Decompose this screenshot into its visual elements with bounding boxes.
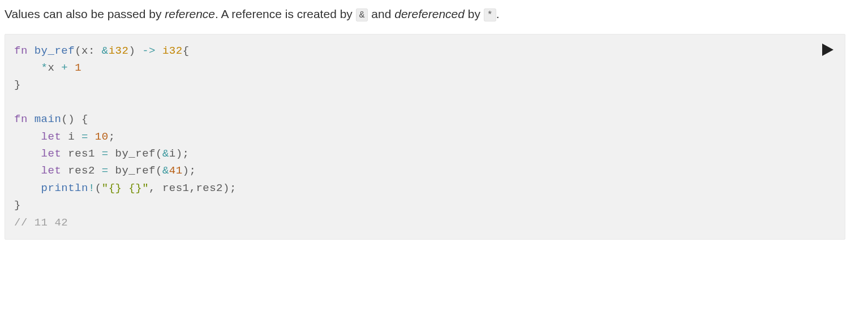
- inline-code-star: *: [484, 8, 496, 21]
- prose-text: and: [368, 7, 394, 20]
- paragraph-1: Values can also be passed by reference. …: [5, 5, 845, 24]
- prose-text: . A reference is created by: [215, 7, 356, 20]
- prose-text: by: [465, 7, 484, 20]
- prose-text: .: [496, 7, 500, 20]
- emphasis-dereferenced: dereferenced: [394, 7, 465, 20]
- emphasis-reference: reference: [165, 7, 215, 20]
- inline-code-ampersand: &: [356, 8, 368, 21]
- prose-text: Values can also be passed by: [5, 7, 165, 20]
- code-content: fn by_ref(x: &i32) -> i32{ *x + 1 } fn m…: [14, 42, 836, 231]
- code-block: fn by_ref(x: &i32) -> i32{ *x + 1 } fn m…: [5, 34, 845, 240]
- run-icon[interactable]: [822, 44, 833, 56]
